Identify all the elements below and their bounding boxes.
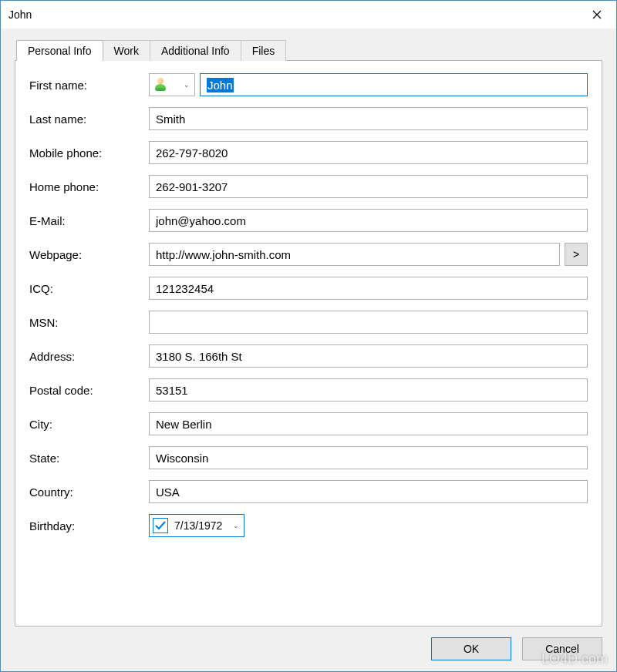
person-icon	[153, 78, 167, 92]
dialog-buttons: OK Cancel	[15, 627, 602, 660]
tab-additional-info[interactable]: Additional Info	[150, 40, 241, 61]
label-last-name: Last name:	[29, 113, 149, 126]
city-field[interactable]	[149, 412, 588, 435]
country-field[interactable]	[149, 480, 588, 503]
row-msn: MSN:	[29, 311, 588, 334]
home-field[interactable]	[149, 175, 588, 198]
row-home: Home phone:	[29, 175, 588, 198]
label-country: Country:	[29, 486, 149, 499]
row-postal: Postal code:	[29, 378, 588, 402]
titlebar: John	[1, 1, 616, 29]
row-first-name: First name: ⌄ John	[29, 73, 588, 96]
label-address: Address:	[29, 350, 149, 363]
first-name-field[interactable]: John	[200, 73, 588, 96]
label-postal: Postal code:	[29, 384, 149, 397]
row-last-name: Last name:	[29, 107, 588, 130]
tabstrip: Personal Info Work Additional Info Files	[16, 40, 602, 61]
contact-window: John Personal Info Work Additional Info …	[0, 0, 617, 672]
tab-personal-info[interactable]: Personal Info	[16, 40, 103, 61]
mobile-field[interactable]	[149, 141, 588, 164]
check-icon	[154, 519, 167, 532]
email-field[interactable]	[149, 209, 588, 232]
chevron-down-icon: ⌄	[184, 81, 190, 89]
row-address: Address:	[29, 344, 588, 368]
label-state: State:	[29, 452, 149, 465]
label-birthday: Birthday:	[29, 519, 149, 533]
postal-field[interactable]	[149, 378, 588, 402]
row-city: City:	[29, 412, 588, 435]
row-webpage: Webpage: >	[29, 243, 588, 266]
row-birthday: Birthday: 7/13/1972 ⌄	[29, 514, 588, 537]
label-icq: ICQ:	[29, 282, 149, 295]
tabpanel-personal-info: First name: ⌄ John Last name:	[15, 60, 602, 627]
row-email: E-Mail:	[29, 209, 588, 232]
msn-field[interactable]	[149, 311, 588, 334]
label-first-name: First name:	[29, 79, 149, 92]
row-country: Country:	[29, 480, 588, 503]
label-msn: MSN:	[29, 316, 149, 329]
row-mobile: Mobile phone:	[29, 141, 588, 164]
tab-files[interactable]: Files	[241, 40, 287, 61]
close-button[interactable]	[578, 2, 616, 27]
webpage-go-button[interactable]: >	[565, 243, 588, 266]
client-area: Personal Info Work Additional Info Files…	[1, 29, 616, 671]
label-city: City:	[29, 418, 149, 431]
birthday-checkbox[interactable]	[153, 518, 168, 533]
ok-button[interactable]: OK	[431, 637, 511, 660]
birthday-value: 7/13/1972	[174, 519, 222, 532]
last-name-field[interactable]	[149, 107, 588, 130]
cancel-button[interactable]: Cancel	[522, 637, 602, 660]
label-email: E-Mail:	[29, 214, 149, 227]
label-webpage: Webpage:	[29, 248, 149, 261]
label-mobile: Mobile phone:	[29, 146, 149, 160]
tab-work[interactable]: Work	[103, 40, 150, 61]
label-home: Home phone:	[29, 180, 149, 193]
chevron-down-icon: ⌄	[233, 522, 239, 529]
address-field[interactable]	[149, 344, 588, 368]
row-state: State:	[29, 446, 588, 469]
state-field[interactable]	[149, 446, 588, 469]
close-icon	[592, 10, 602, 19]
window-title: John	[8, 8, 578, 21]
icq-field[interactable]	[149, 277, 588, 300]
first-name-value: John	[207, 78, 234, 92]
webpage-field[interactable]	[149, 243, 560, 266]
row-icq: ICQ:	[29, 277, 588, 300]
birthday-picker[interactable]: 7/13/1972 ⌄	[149, 514, 244, 537]
avatar-combo[interactable]: ⌄	[149, 73, 195, 96]
